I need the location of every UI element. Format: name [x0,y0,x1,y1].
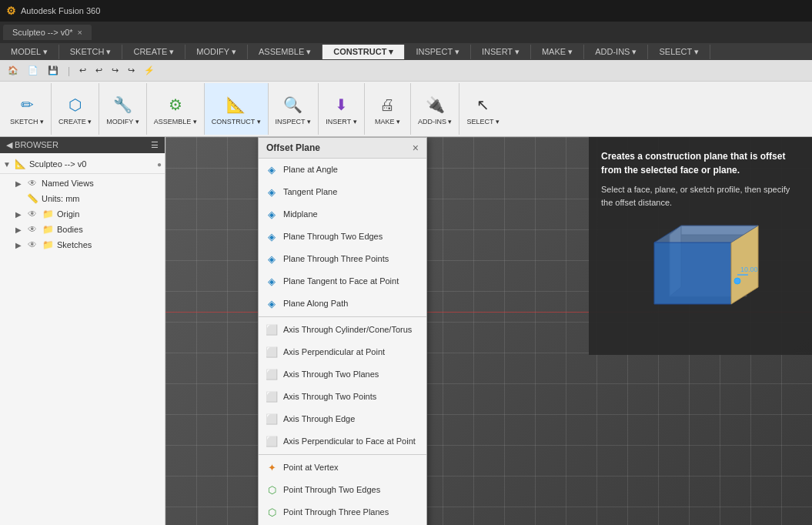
tree-item-bodies[interactable]: ▶ 👁 📁 Bodies [0,222,165,237]
tree-item-root[interactable]: ▼ 📐 Sculpteo --> v0 ● [0,156,165,172]
assemble-button[interactable]: ⚙ ASSEMBLE ▾ [152,90,199,128]
app-icon: ⚙ [6,5,16,17]
menu-item-plane-tangent-face[interactable]: ◈ Plane Tangent to Face at Point [259,270,426,293]
sketch-button[interactable]: ✏ SKETCH ▾ [8,90,46,128]
tab-modify[interactable]: MODIFY ▾ [185,45,248,59]
browser-label: ◀ BROWSER [6,140,58,150]
ribbon-group-inspect: 🔍 INSPECT ▾ [269,83,319,135]
menu-item-axis-two-points[interactable]: ⬜ Axis Through Two Points [259,386,426,408]
menu-item-label-point-three-planes: Point Through Three Planes [283,507,389,517]
quick-access-new[interactable]: 🏠 [5,64,22,77]
quick-access-extra[interactable]: ⚡ [141,64,158,77]
browser-menu-icon[interactable]: ☰ [151,140,159,150]
construct-menu: Offset Plane × ◈ Plane at Angle ◈ Tangen… [258,137,427,525]
chevron-sketches-icon: ▶ [15,241,26,249]
point-two-edges-icon: ⬡ [265,483,279,497]
origin-label: Origin [57,209,162,219]
modify-button[interactable]: 🔧 MODIFY ▾ [104,90,141,128]
menu-item-point-vertex[interactable]: ✦ Point at Vertex [259,456,426,479]
tab-addins[interactable]: ADD-INS ▾ [584,45,648,59]
tree-item-sketches[interactable]: ▶ 👁 📁 Sketches [0,237,165,252]
axis-cylinder-icon: ⬜ [265,323,279,336]
plane-tangent-face-icon: ◈ [265,274,279,288]
menu-item-label-plane-along-path: Plane Along Path [283,299,348,308]
ribbon-group-assemble: ⚙ ASSEMBLE ▾ [147,83,205,135]
chevron-bodies-icon: ▶ [15,226,26,234]
make-button[interactable]: 🖨 MAKE ▾ [373,90,403,128]
select-button[interactable]: ↖ SELECT ▾ [464,90,501,128]
quick-access-redo2[interactable]: ↪ [125,64,138,77]
plane-along-path-icon: ◈ [265,296,279,310]
menu-item-axis-cylinder[interactable]: ⬜ Axis Through Cylinder/Cone/Torus [259,319,426,341]
browser-header: ◀ BROWSER ☰ [0,137,165,153]
browser-panel: ◀ BROWSER ☰ ▼ 📐 Sculpteo --> v0 ● ▶ 👁 Na… [0,137,165,525]
dropdown-title: Offset Plane [266,142,320,153]
tree-item-named-views[interactable]: ▶ 👁 Named Views [0,176,165,191]
construct-icon: 📐 [224,92,249,117]
menu-item-plane-at-angle[interactable]: ◈ Plane at Angle [259,159,426,181]
menu-item-axis-perp-face[interactable]: ⬜ Axis Perpendicular to Face at Point [259,430,426,453]
svg-text:10.00: 10.00 [740,266,758,273]
menu-item-label-axis-two-planes: Axis Through Two Planes [283,370,379,379]
plane-at-angle-icon: ◈ [265,162,279,176]
tangent-plane-icon: ◈ [265,185,279,199]
chevron-icon: ▼ [3,160,14,169]
addins-button[interactable]: 🔌 ADD-INS ▾ [416,90,455,128]
tab-insert[interactable]: INSERT ▾ [471,45,531,59]
axis-perp-point-icon: ⬜ [265,345,279,359]
3d-viewport[interactable]: Offset Plane × ◈ Plane at Angle ◈ Tangen… [165,137,812,525]
root-icon: 📐 [14,158,26,170]
menu-item-point-two-edges[interactable]: ⬡ Point Through Two Edges [259,479,426,501]
select-icon: ↖ [471,92,496,117]
3d-box-illustration: 10.00 [601,219,800,343]
ribbon-group-modify: 🔧 MODIFY ▾ [99,83,146,135]
quick-access-undo2[interactable]: ↩ [92,64,105,77]
menu-item-plane-along-path[interactable]: ◈ Plane Along Path [259,293,426,315]
quick-access-save[interactable]: 💾 [45,64,62,77]
axis-perp-face-icon: ⬜ [265,434,279,448]
tab-construct[interactable]: CONSTRUCT ▾ [322,45,405,59]
info-body: Select a face, plane, or sketch profile,… [601,183,800,209]
dropdown-close-button[interactable]: × [413,142,419,154]
svg-marker-3 [654,242,731,304]
point-vertex-icon: ✦ [265,460,279,474]
menu-item-midplane[interactable]: ◈ Midplane [259,203,426,226]
menu-item-label-axis-edge: Axis Through Edge [283,414,355,423]
tab-sketch[interactable]: SKETCH ▾ [59,45,123,59]
tab-make[interactable]: MAKE ▾ [531,45,584,59]
plane-two-edges-icon: ◈ [265,229,279,243]
named-views-icon: 👁 [26,177,38,189]
tab-select[interactable]: SELECT ▾ [648,45,710,59]
insert-button[interactable]: ⬇ INSERT ▾ [323,90,359,128]
menu-item-plane-two-edges[interactable]: ◈ Plane Through Two Edges [259,226,426,248]
ribbon-group-addins: 🔌 ADD-INS ▾ [411,83,460,135]
quick-access-open[interactable]: 📄 [25,64,42,77]
chevron-named-views-icon: ▶ [15,179,26,188]
tree-item-origin[interactable]: ▶ 👁 📁 Origin [0,206,165,222]
menu-item-axis-edge[interactable]: ⬜ Axis Through Edge [259,408,426,430]
midplane-icon: ◈ [265,207,279,221]
sketch-icon: ✏ [15,92,39,117]
tab-create[interactable]: CREATE ▾ [122,45,185,59]
separator-2 [259,454,426,455]
tab-model[interactable]: MODEL ▾ [0,45,59,59]
ribbon-group-sketch: ✏ SKETCH ▾ [3,83,52,135]
quick-access-redo[interactable]: ↪ [109,64,122,77]
construct-button[interactable]: 📐 CONSTRUCT ▾ [209,90,263,128]
create-button[interactable]: ⬡ CREATE ▾ [56,90,94,128]
tree-item-units[interactable]: 📏 Units: mm [0,191,165,206]
quick-access-undo[interactable]: ↩ [76,64,89,77]
menu-item-point-three-planes[interactable]: ⬡ Point Through Three Planes [259,501,426,523]
make-icon: 🖨 [375,92,399,117]
tab-close-button[interactable]: × [78,28,82,37]
menu-item-label-plane-at-angle: Plane at Angle [283,165,338,174]
menu-item-label-axis-two-points: Axis Through Two Points [283,392,376,401]
inspect-button[interactable]: 🔍 INSPECT ▾ [273,90,313,128]
menu-item-axis-perp-point[interactable]: ⬜ Axis Perpendicular at Point [259,341,426,363]
document-tab[interactable]: Sculpteo --> v0* × [3,25,92,40]
menu-item-plane-three-points[interactable]: ◈ Plane Through Three Points [259,248,426,270]
menu-item-tangent-plane[interactable]: ◈ Tangent Plane [259,181,426,203]
menu-item-axis-two-planes[interactable]: ⬜ Axis Through Two Planes [259,363,426,386]
tab-inspect[interactable]: INSPECT ▾ [405,45,471,59]
tab-assemble[interactable]: ASSEMBLE ▾ [248,45,322,59]
